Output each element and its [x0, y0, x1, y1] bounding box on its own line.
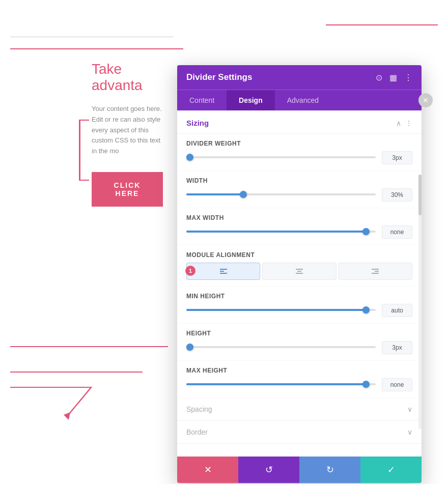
module-alignment-label: Module Alignment [186, 251, 412, 259]
width-slider[interactable] [186, 193, 376, 196]
panel-body: Sizing ∧ ⋮ Divider Weight 3px Width [177, 110, 422, 457]
more-icon[interactable]: ⋮ [404, 73, 412, 82]
border-label: Border [186, 428, 208, 436]
divider-weight-label: Divider Weight [186, 140, 412, 147]
max-width-label: Max Width [186, 214, 412, 221]
sizing-collapse-icon[interactable]: ∧ [396, 119, 401, 127]
sizing-section-header: Sizing ∧ ⋮ [177, 110, 422, 134]
panel-tabs: Content Design Advanced [177, 90, 422, 110]
spacing-label: Spacing [186, 405, 212, 413]
height-slider[interactable] [186, 346, 376, 349]
max-width-value: none [382, 225, 412, 239]
panel-close-button[interactable]: ✕ [418, 93, 433, 107]
click-here-button[interactable]: CLICK HERE [92, 172, 163, 207]
max-width-row: Max Width none [177, 208, 422, 245]
page-body-text: Your content goes here. Edit or re can a… [92, 104, 163, 157]
max-height-row: Max Height none [177, 361, 422, 398]
panel-header-icons: ⊙ ▦ ⋮ [376, 73, 412, 82]
max-width-slider[interactable] [186, 231, 376, 234]
sizing-controls: ∧ ⋮ [396, 119, 412, 127]
divider-weight-value: 3px [382, 151, 412, 164]
min-height-label: Min Height [186, 293, 412, 300]
max-height-value: none [382, 378, 412, 391]
border-section[interactable]: Border ∨ [177, 421, 422, 444]
tab-advanced[interactable]: Advanced [275, 90, 331, 110]
decorative-line-top-right [326, 24, 438, 25]
height-value: 3px [382, 341, 412, 354]
height-label: Height [186, 330, 412, 337]
columns-icon[interactable]: ▦ [389, 73, 397, 82]
page-title: Take advanta [92, 61, 163, 94]
min-height-slider[interactable] [186, 309, 376, 312]
width-label: Width [186, 177, 412, 184]
max-width-control: none [186, 225, 412, 239]
undo-button[interactable]: ↺ [238, 457, 299, 483]
align-left-button[interactable] [186, 263, 260, 280]
align-center-button[interactable] [262, 263, 336, 280]
action-bar: ✕ ↺ ↻ ✓ [177, 457, 422, 483]
save-button[interactable]: ✓ [360, 457, 422, 483]
spacing-chevron-icon: ∨ [407, 405, 412, 413]
alignment-buttons [186, 263, 412, 280]
width-control: 30% [186, 188, 412, 202]
settings-panel: Divider Settings ⊙ ▦ ⋮ Content Design Ad… [177, 65, 422, 483]
min-height-control: auto [186, 304, 412, 317]
divider-weight-control: 3px [186, 151, 412, 164]
spacing-section[interactable]: Spacing ∨ [177, 398, 422, 421]
height-control: 3px [186, 341, 412, 354]
min-height-row: Min Height auto [177, 287, 422, 324]
target-icon[interactable]: ⊙ [376, 73, 382, 82]
min-height-value: auto [382, 304, 412, 317]
page-content-area: Take advanta Your content goes here. Edi… [0, 0, 178, 484]
max-height-control: none [186, 378, 412, 391]
info-badge: 1 [185, 266, 195, 276]
scrollbar-track [418, 175, 422, 429]
align-right-button[interactable] [339, 263, 412, 280]
scrollbar-thumb[interactable] [418, 175, 422, 215]
cancel-button[interactable]: ✕ [177, 457, 238, 483]
tab-content[interactable]: Content [177, 90, 227, 110]
panel-title: Divider Settings [186, 72, 252, 82]
width-value: 30% [382, 188, 412, 202]
divider-weight-row: Divider Weight 3px [177, 134, 422, 171]
sizing-title: Sizing [186, 119, 209, 127]
height-row: Height 3px [177, 324, 422, 361]
max-height-label: Max Height [186, 367, 412, 374]
sizing-more-icon[interactable]: ⋮ [405, 119, 412, 127]
width-row: Width 30% [177, 171, 422, 208]
border-chevron-icon: ∨ [407, 428, 412, 436]
tab-design[interactable]: Design [227, 90, 275, 110]
divider-weight-slider[interactable] [186, 156, 376, 159]
panel-header: Divider Settings ⊙ ▦ ⋮ [177, 65, 422, 90]
module-alignment-row: Module Alignment [177, 245, 422, 287]
redo-button[interactable]: ↻ [299, 457, 360, 483]
max-height-slider[interactable] [186, 383, 376, 386]
